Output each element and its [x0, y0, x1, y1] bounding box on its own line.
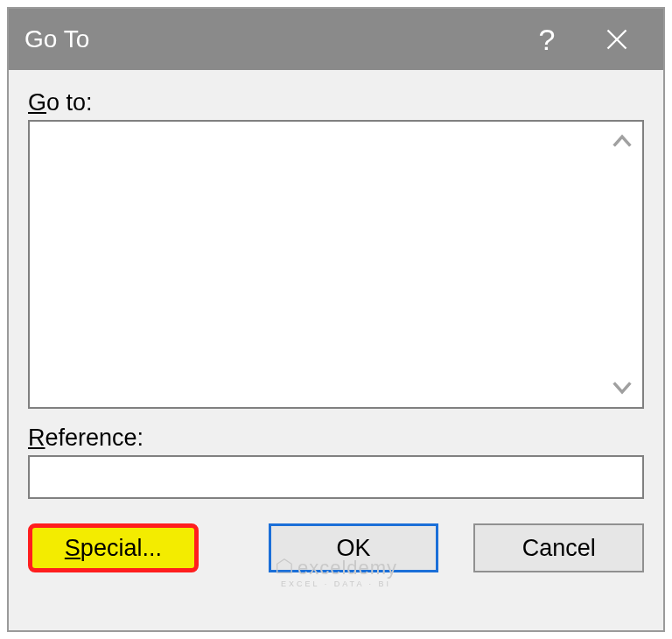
ok-button[interactable]: OK	[269, 523, 439, 572]
button-row: Special... OK Cancel	[28, 523, 644, 572]
reference-label: Reference:	[28, 425, 644, 452]
dialog-content: Go to: Reference: Special... OK Cancel	[9, 70, 663, 630]
reference-input[interactable]	[28, 455, 644, 499]
special-button[interactable]: Special...	[28, 523, 199, 572]
cancel-button[interactable]: Cancel	[473, 523, 644, 572]
dialog-title: Go To	[24, 25, 516, 53]
help-button[interactable]: ?	[516, 9, 578, 70]
titlebar: Go To ?	[9, 9, 663, 70]
scroll-down-icon[interactable]	[609, 374, 635, 400]
goto-dialog: Go To ? Go to: Reference: Spe	[7, 7, 665, 632]
close-button[interactable]	[578, 9, 656, 70]
goto-label: Go to:	[28, 89, 644, 116]
scroll-up-icon[interactable]	[609, 129, 635, 155]
close-icon	[605, 27, 629, 52]
goto-listbox[interactable]	[28, 120, 644, 409]
